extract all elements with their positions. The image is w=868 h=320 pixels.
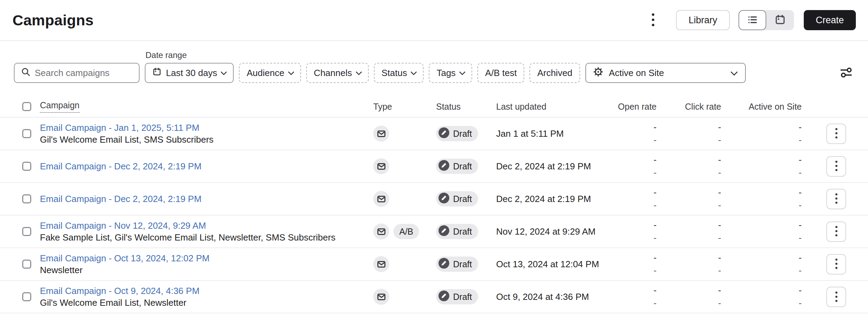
- filter-bar: Date range Last 30 days Audience Channel…: [0, 41, 868, 83]
- status-label: Draft: [453, 292, 472, 302]
- campaign-audiences: Fake Sample List, Gil's Welcome Email Li…: [40, 232, 373, 243]
- click-rate-value: -: [718, 284, 721, 297]
- search-input[interactable]: [35, 68, 133, 78]
- table-settings-button[interactable]: [836, 63, 856, 83]
- select-all-checkbox[interactable]: [22, 102, 31, 111]
- column-header-click-rate: Click rate: [685, 102, 731, 112]
- last-updated: Dec 2, 2024 at 2:19 PM: [496, 194, 614, 204]
- open-rate-cell: - -: [653, 121, 666, 146]
- click-rate-cell: - -: [718, 284, 731, 310]
- active-on-site-cell: - -: [799, 186, 811, 212]
- calendar-view-button[interactable]: [766, 10, 794, 30]
- column-header-status: Status: [436, 102, 496, 112]
- row-menu-button[interactable]: [826, 254, 846, 275]
- table-row: Email Campaign - Oct 13, 2024, 12:02 PM …: [0, 248, 868, 281]
- table-header: Campaign Type Status Last updated Open r…: [0, 96, 868, 118]
- filter-label: A/B test: [485, 68, 517, 78]
- open-rate-value: -: [653, 121, 657, 134]
- row-menu-button[interactable]: [826, 189, 846, 209]
- row-menu-button[interactable]: [826, 156, 846, 177]
- row-checkbox[interactable]: [22, 194, 31, 203]
- click-rate-cell: - -: [718, 153, 731, 179]
- campaign-link[interactable]: Email Campaign - Nov 12, 2024, 9:29 AM: [40, 220, 373, 231]
- campaign-audiences: Newsletter: [40, 265, 373, 276]
- chevron-down-icon: [459, 69, 466, 75]
- open-rate-secondary: -: [653, 297, 657, 310]
- filter-audience[interactable]: Audience: [239, 63, 301, 83]
- last-updated: Nov 12, 2024 at 9:29 AM: [496, 226, 614, 237]
- table-row: Email Campaign - Nov 12, 2024, 9:29 AM F…: [0, 216, 868, 248]
- open-rate-value: -: [653, 219, 657, 231]
- list-view-button[interactable]: [738, 10, 766, 30]
- open-rate-value: -: [653, 251, 657, 264]
- click-rate-value: -: [718, 121, 721, 134]
- ab-test-badge: A/B: [393, 224, 419, 239]
- page-title: Campaigns: [12, 12, 94, 29]
- open-rate-cell: - -: [653, 153, 666, 179]
- view-toggle: [738, 10, 794, 30]
- row-menu-button[interactable]: [826, 124, 846, 144]
- draft-pencil-icon: [439, 225, 449, 238]
- header-more-button[interactable]: [645, 10, 661, 30]
- row-menu-button[interactable]: [826, 221, 846, 242]
- email-envelope-icon: [373, 126, 389, 142]
- table-row: Email Campaign - Dec 2, 2024, 2:19 PM Dr…: [0, 150, 868, 183]
- last-updated: Oct 9, 2024 at 4:36 PM: [496, 292, 614, 302]
- metric-column-select[interactable]: Active on Site: [585, 63, 746, 83]
- filter-ab-test[interactable]: A/B test: [477, 63, 524, 83]
- column-header-open-rate: Open rate: [618, 102, 666, 112]
- more-vert-icon: [651, 12, 655, 29]
- click-rate-secondary: -: [718, 297, 721, 310]
- active-on-site-secondary: -: [799, 264, 802, 277]
- active-on-site-secondary: -: [799, 199, 802, 212]
- row-checkbox[interactable]: [22, 129, 31, 138]
- status-label: Draft: [453, 227, 472, 237]
- campaign-link[interactable]: Email Campaign - Oct 9, 2024, 4:36 PM: [40, 286, 373, 296]
- active-on-site-secondary: -: [799, 297, 802, 310]
- type-cell: [373, 191, 436, 207]
- row-checkbox[interactable]: [22, 260, 31, 269]
- campaign-link[interactable]: Email Campaign - Dec 2, 2024, 2:19 PM: [40, 194, 373, 204]
- active-on-site-value: -: [799, 219, 802, 231]
- search-box[interactable]: [14, 63, 140, 83]
- sliders-icon: [838, 65, 854, 82]
- campaign-cell: Email Campaign - Dec 2, 2024, 2:19 PM: [40, 194, 373, 204]
- create-button[interactable]: Create: [804, 10, 856, 30]
- filter-archived[interactable]: Archived: [529, 63, 580, 83]
- active-on-site-cell: - -: [799, 251, 811, 277]
- open-rate-cell: - -: [653, 186, 666, 212]
- row-menu-button[interactable]: [826, 287, 846, 307]
- open-rate-cell: - -: [653, 284, 666, 310]
- status-badge: Draft: [436, 289, 478, 304]
- table-row: Email Campaign - Dec 2, 2024, 2:19 PM Dr…: [0, 183, 868, 216]
- column-header-last-updated: Last updated: [496, 102, 614, 112]
- email-envelope-icon: [373, 289, 389, 305]
- campaign-link[interactable]: Email Campaign - Dec 2, 2024, 2:19 PM: [40, 161, 373, 172]
- click-rate-value: -: [718, 186, 721, 199]
- row-checkbox[interactable]: [22, 162, 31, 171]
- date-range-dropdown[interactable]: Last 30 days: [145, 63, 234, 83]
- open-rate-value: -: [653, 186, 657, 199]
- column-header-active-on-site: Active on Site: [749, 102, 811, 112]
- library-button[interactable]: Library: [676, 10, 730, 30]
- row-checkbox[interactable]: [22, 292, 31, 301]
- filter-tags[interactable]: Tags: [429, 63, 472, 83]
- page-header: Campaigns Library: [0, 0, 868, 41]
- email-envelope-icon: [373, 256, 389, 272]
- row-checkbox[interactable]: [22, 227, 31, 236]
- campaign-cell: Email Campaign - Oct 9, 2024, 4:36 PM Gi…: [40, 286, 373, 308]
- draft-pencil-icon: [439, 193, 449, 205]
- open-rate-secondary: -: [653, 231, 657, 244]
- campaign-link[interactable]: Email Campaign - Jan 1, 2025, 5:11 PM: [40, 123, 373, 133]
- status-badge: Draft: [436, 126, 478, 141]
- date-range-label: Date range: [145, 50, 234, 60]
- filter-status[interactable]: Status: [374, 63, 424, 83]
- calendar-view-icon: [775, 14, 786, 26]
- column-header-campaign[interactable]: Campaign: [40, 100, 80, 113]
- chevron-down-icon: [730, 68, 737, 76]
- draft-pencil-icon: [439, 127, 449, 140]
- active-on-site-secondary: -: [799, 166, 802, 179]
- click-rate-cell: - -: [718, 121, 731, 146]
- filter-channels[interactable]: Channels: [306, 63, 369, 83]
- campaign-link[interactable]: Email Campaign - Oct 13, 2024, 12:02 PM: [40, 253, 373, 264]
